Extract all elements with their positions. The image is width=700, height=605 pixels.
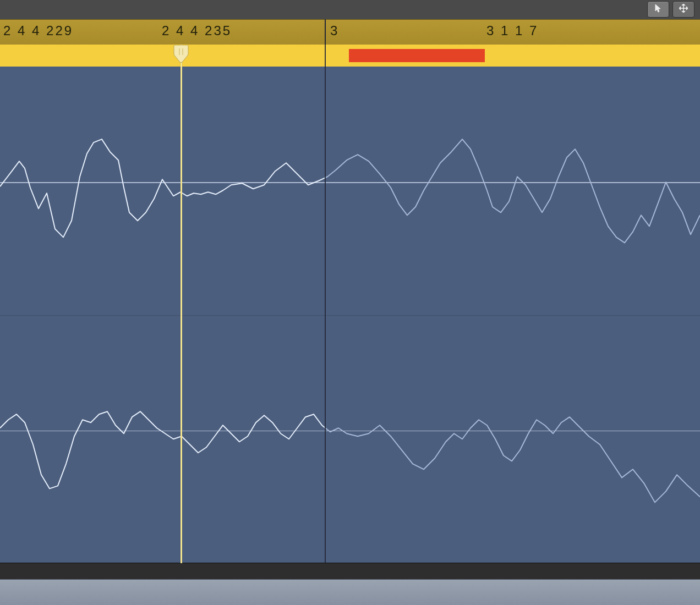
move-icon (679, 4, 688, 15)
region-header[interactable] (0, 45, 700, 67)
move-tool-button[interactable] (672, 1, 694, 18)
waveform-path-left (0, 67, 700, 315)
playhead-handle[interactable] (172, 45, 190, 64)
bottom-toolbar (0, 563, 700, 580)
waveform-path-right (0, 315, 700, 564)
region-marker-red[interactable] (349, 49, 485, 62)
region-boundary-line (325, 19, 326, 563)
ruler-label: 2 4 4 229 (3, 23, 73, 38)
ruler-label: 3 1 1 7 (486, 23, 538, 38)
waveform-channel-right (0, 315, 700, 564)
waveform-channel-left (0, 67, 700, 316)
bottom-overview-strip[interactable] (0, 579, 700, 605)
ruler-label: 2 4 4 235 (162, 23, 232, 38)
timeline-ruler[interactable]: 2 4 4 229 2 4 4 235 3 3 1 1 7 (0, 19, 700, 46)
ruler-label: 3 (330, 23, 339, 38)
waveform-editor[interactable] (0, 67, 700, 563)
toolbar (0, 0, 700, 20)
pointer-tool-button[interactable] (647, 1, 669, 18)
pointer-icon (654, 4, 663, 15)
tool-button-group (647, 1, 694, 18)
playhead-line[interactable] (181, 45, 182, 563)
